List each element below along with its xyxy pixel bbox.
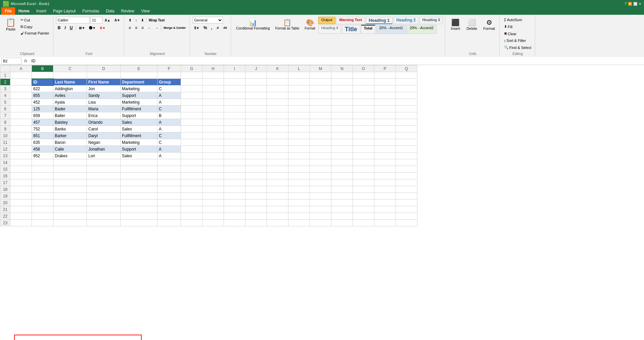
col-header-F[interactable]: F [157, 65, 181, 72]
cell[interactable] [396, 213, 417, 220]
cell[interactable]: Maria [87, 106, 121, 112]
sort-filter-btn[interactable]: ↕ Sort & Filter [502, 38, 528, 44]
cell[interactable] [374, 153, 396, 159]
cell[interactable] [224, 112, 245, 119]
style-total-btn[interactable]: Total [361, 25, 375, 34]
cell[interactable] [87, 72, 121, 79]
cell[interactable] [310, 99, 331, 106]
cell[interactable] [181, 193, 202, 200]
row-header-7[interactable]: 7 [0, 112, 10, 119]
cell[interactable] [121, 193, 157, 200]
tab-insert[interactable]: Insert [33, 7, 50, 15]
cell[interactable]: Carol [87, 126, 121, 132]
decrease-indent-btn[interactable]: ← [146, 24, 153, 31]
cell[interactable] [224, 193, 245, 200]
cell[interactable] [157, 159, 181, 166]
cell[interactable] [331, 139, 353, 146]
cell[interactable]: A [157, 146, 181, 153]
cell[interactable] [331, 146, 353, 153]
cell[interactable]: Sales [121, 119, 157, 126]
cell[interactable] [202, 173, 224, 179]
cell[interactable] [353, 79, 374, 86]
cell[interactable] [331, 173, 353, 179]
format-as-table-btn[interactable]: 📋 Format as Table [273, 17, 302, 32]
cell[interactable] [224, 132, 245, 139]
cell[interactable]: ID [32, 79, 53, 86]
cell[interactable] [181, 166, 202, 173]
cell[interactable]: Sales [121, 153, 157, 159]
cell[interactable]: Bailer [53, 112, 87, 119]
cell[interactable] [396, 119, 417, 126]
cell[interactable] [87, 179, 121, 186]
cell[interactable] [288, 179, 310, 186]
fill-btn[interactable]: ⬇ Fill [502, 23, 514, 30]
cell[interactable] [353, 173, 374, 179]
cell[interactable] [288, 126, 310, 132]
cell[interactable] [374, 193, 396, 200]
cell[interactable] [310, 166, 331, 173]
cell[interactable] [288, 220, 310, 226]
cell[interactable] [87, 200, 121, 206]
cell[interactable] [310, 132, 331, 139]
cell[interactable] [157, 220, 181, 226]
cell[interactable] [353, 159, 374, 166]
cell[interactable] [267, 179, 288, 186]
cell[interactable] [202, 112, 224, 119]
align-top-btn[interactable]: ⬆ [127, 17, 133, 23]
cell[interactable]: First Name [87, 79, 121, 86]
currency-btn[interactable]: $▼ [193, 24, 201, 31]
cell[interactable] [374, 132, 396, 139]
cell[interactable] [267, 126, 288, 132]
cell[interactable] [32, 166, 53, 173]
col-header-H[interactable]: H [202, 65, 224, 72]
cell[interactable] [353, 179, 374, 186]
col-header-N[interactable]: N [331, 65, 353, 72]
cell[interactable] [353, 146, 374, 153]
cell[interactable] [181, 72, 202, 79]
increase-indent-btn[interactable]: → [153, 24, 160, 31]
cell[interactable] [245, 72, 267, 79]
row-header-8[interactable]: 8 [0, 119, 10, 126]
cell[interactable] [267, 200, 288, 206]
cell[interactable] [396, 112, 417, 119]
cell[interactable]: Last Name [53, 79, 87, 86]
cell[interactable] [353, 112, 374, 119]
cell[interactable] [288, 173, 310, 179]
cell[interactable] [331, 132, 353, 139]
cell[interactable] [87, 193, 121, 200]
col-header-A[interactable]: A [10, 65, 32, 72]
cell[interactable] [245, 146, 267, 153]
cell[interactable] [331, 166, 353, 173]
cell[interactable]: 855 [32, 92, 53, 99]
cell[interactable] [245, 179, 267, 186]
cell[interactable] [396, 146, 417, 153]
cell[interactable] [331, 193, 353, 200]
style-accent1-btn[interactable]: 20% - Accent1 [376, 25, 406, 34]
cell[interactable] [53, 166, 87, 173]
cell[interactable]: 458 [32, 146, 53, 153]
row-header-14[interactable]: 14 [0, 159, 10, 166]
cell[interactable] [396, 186, 417, 193]
paste-button[interactable]: 📋 Paste [3, 17, 18, 33]
cell[interactable] [181, 99, 202, 106]
decrease-font-btn[interactable]: A▼ [113, 17, 122, 23]
row-header-23[interactable]: 23 [0, 220, 10, 226]
cell[interactable] [10, 193, 32, 200]
cell[interactable] [310, 146, 331, 153]
col-header-G[interactable]: G [181, 65, 202, 72]
bold-btn[interactable]: B [56, 24, 62, 31]
cell[interactable] [245, 186, 267, 193]
cell[interactable] [202, 200, 224, 206]
cell[interactable]: Sales [121, 126, 157, 132]
percent-btn[interactable]: % [202, 24, 209, 31]
cell[interactable] [53, 200, 87, 206]
cell[interactable] [374, 159, 396, 166]
align-middle-btn[interactable]: ↕ [134, 17, 139, 23]
cell[interactable] [267, 206, 288, 213]
cell[interactable] [245, 139, 267, 146]
cell[interactable] [396, 166, 417, 173]
cell[interactable] [331, 92, 353, 99]
row-header-3[interactable]: 3 [0, 86, 10, 92]
cell[interactable] [331, 200, 353, 206]
cell[interactable] [310, 186, 331, 193]
